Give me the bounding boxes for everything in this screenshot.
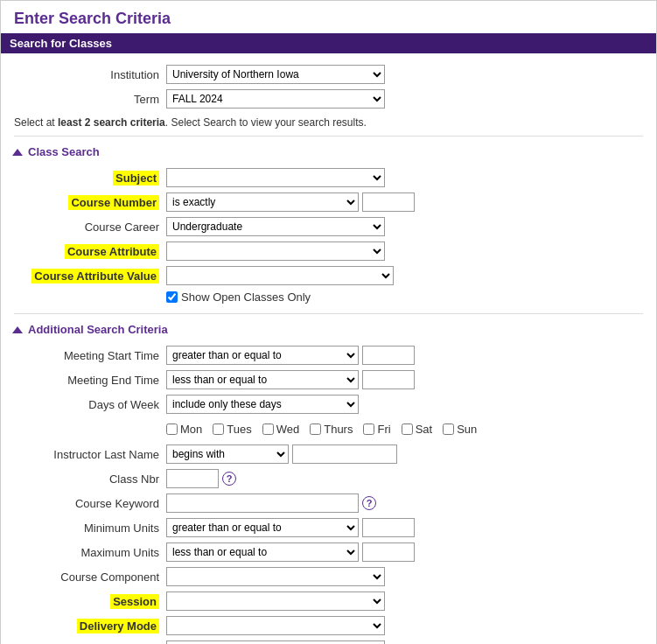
delivery-mode-select[interactable] xyxy=(166,616,385,635)
meeting-end-condition-select[interactable]: less than or equal to greater than or eq… xyxy=(166,370,359,389)
subject-label: Subject xyxy=(113,171,159,186)
class-nbr-input[interactable] xyxy=(166,469,219,488)
course-attribute-value-label: Course Attribute Value xyxy=(31,269,159,284)
day-wed-checkbox[interactable] xyxy=(262,424,274,435)
collapse-triangle xyxy=(12,149,23,156)
course-number-label: Course Number xyxy=(68,195,159,210)
day-thurs-label: Thurs xyxy=(324,423,353,436)
course-career-select[interactable]: Undergraduate Graduate xyxy=(166,217,385,236)
institution-select[interactable]: University of Northern Iowa xyxy=(166,65,385,84)
class-nbr-label: Class Nbr xyxy=(14,466,163,491)
day-sun-label: Sun xyxy=(457,423,477,436)
subject-select[interactable] xyxy=(166,168,385,187)
day-mon-label: Mon xyxy=(180,423,202,436)
course-number-condition-select[interactable]: is exactly begins with contains xyxy=(166,192,359,212)
course-component-select[interactable] xyxy=(166,567,385,586)
meeting-start-condition-select[interactable]: greater than or equal to less than or eq… xyxy=(166,346,359,365)
term-select[interactable]: FALL 2024 xyxy=(166,89,385,108)
max-units-label: Maximum Units xyxy=(14,540,163,564)
course-number-input[interactable] xyxy=(362,192,415,212)
additional-search-header[interactable]: Additional Search Criteria xyxy=(14,323,643,336)
course-career-label: Course Career xyxy=(14,214,163,239)
days-condition-select[interactable]: include only these days include these da… xyxy=(166,395,359,414)
course-keyword-label: Course Keyword xyxy=(14,491,163,515)
instructor-input[interactable] xyxy=(292,444,397,464)
course-component-label: Course Component xyxy=(14,564,163,589)
class-search-header[interactable]: Class Search xyxy=(14,145,643,158)
collapse-triangle-2 xyxy=(12,326,23,333)
days-of-week-label: Days of Week xyxy=(14,392,163,416)
course-attribute-label: Course Attribute xyxy=(65,244,159,259)
class-nbr-help-icon[interactable]: ? xyxy=(222,472,236,486)
course-attribute-value-select[interactable] xyxy=(166,266,394,285)
instructor-condition-select[interactable]: begins with contains is exactly xyxy=(166,444,289,464)
day-sat-checkbox[interactable] xyxy=(402,424,413,435)
page-title: Enter Search Criteria xyxy=(1,1,656,33)
campus-label: Campus xyxy=(14,638,163,644)
course-attribute-select[interactable] xyxy=(166,242,385,261)
day-tues-checkbox[interactable] xyxy=(213,424,224,435)
session-select[interactable] xyxy=(166,592,385,611)
institution-label: Institution xyxy=(14,62,163,87)
instructor-label: Instructor Last Name xyxy=(14,442,163,466)
day-wed-label: Wed xyxy=(276,423,300,436)
min-units-label: Minimum Units xyxy=(14,515,163,540)
meeting-start-input[interactable] xyxy=(362,346,415,365)
max-units-condition-select[interactable]: less than or equal to greater than or eq… xyxy=(166,542,359,562)
day-sun-checkbox[interactable] xyxy=(443,424,454,435)
campus-select[interactable] xyxy=(166,640,385,644)
info-text: Select at least 2 search criteria. Selec… xyxy=(14,116,643,129)
meeting-start-label: Meeting Start Time xyxy=(14,343,163,368)
term-label: Term xyxy=(14,87,163,111)
min-units-condition-select[interactable]: greater than or equal to less than or eq… xyxy=(166,518,359,537)
show-open-checkbox[interactable] xyxy=(166,291,178,303)
day-fri-checkbox[interactable] xyxy=(363,424,374,435)
day-fri-label: Fri xyxy=(377,423,390,436)
meeting-end-input[interactable] xyxy=(362,370,415,389)
day-sat-label: Sat xyxy=(416,423,433,436)
delivery-mode-label: Delivery Mode xyxy=(77,619,159,634)
session-label: Session xyxy=(110,594,159,609)
max-units-input[interactable] xyxy=(362,542,415,562)
day-thurs-checkbox[interactable] xyxy=(310,424,321,435)
course-keyword-help-icon[interactable]: ? xyxy=(362,496,376,510)
course-keyword-input[interactable] xyxy=(166,494,359,513)
day-mon-checkbox[interactable] xyxy=(166,424,178,435)
section-header: Search for Classes xyxy=(1,33,656,53)
show-open-label: Show Open Classes Only xyxy=(181,290,311,304)
day-tues-label: Tues xyxy=(227,423,251,436)
min-units-input[interactable] xyxy=(362,518,415,537)
meeting-end-label: Meeting End Time xyxy=(14,368,163,392)
